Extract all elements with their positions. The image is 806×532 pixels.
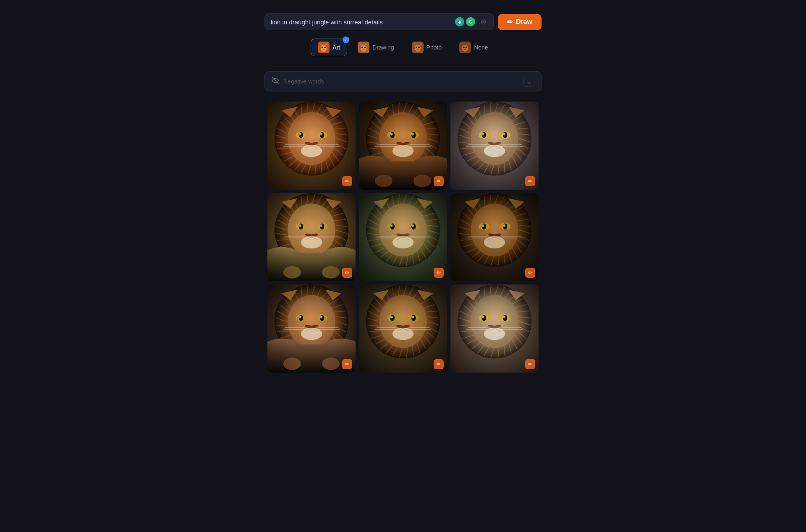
badge-teal: ◆ — [455, 17, 464, 26]
negative-words-bar: Negative words ⌄ — [264, 71, 542, 91]
fox-none-svg — [459, 42, 471, 53]
lion-image-5 — [359, 193, 447, 281]
fox-drawing-svg — [358, 42, 369, 53]
lion-image-8 — [359, 284, 447, 373]
lion-image-2 — [359, 102, 447, 190]
svg-point-27 — [464, 49, 466, 50]
draw-label: Draw — [516, 18, 532, 26]
grid-cell-1[interactable]: ✏ — [267, 102, 356, 190]
clear-button[interactable]: ⊗ — [479, 17, 487, 26]
eye-slash-icon — [272, 77, 279, 84]
svg-point-19 — [418, 47, 420, 48]
tab-art[interactable]: ✓ Art — [311, 39, 347, 56]
svg-point-13 — [362, 49, 365, 50]
edit-icon-1: ✏ — [345, 178, 349, 184]
svg-point-8 — [361, 45, 366, 52]
style-tabs: ✓ Art Drawi — [311, 39, 495, 56]
edit-badge-6[interactable]: ✏ — [525, 268, 535, 278]
grid-cell-4[interactable]: ✏ — [267, 193, 356, 281]
svg-point-11 — [361, 47, 363, 48]
lion-image-4 — [267, 193, 356, 281]
search-container: ◆ G ⊗ ✏ Draw — [264, 13, 542, 30]
tab-photo[interactable]: Photo — [405, 39, 449, 56]
fox-photo-svg — [412, 42, 424, 53]
draw-icon: ✏ — [507, 18, 513, 26]
edit-badge-9[interactable]: ✏ — [525, 359, 535, 369]
chevron-down-icon: ⌄ — [526, 78, 532, 86]
edit-badge-4[interactable]: ✏ — [342, 268, 352, 278]
svg-point-4 — [322, 47, 323, 48]
badge-g: G — [466, 17, 475, 26]
badge-group: ◆ G — [455, 17, 475, 26]
image-grid: ✏ ✏ ✏ ✏ ✏ ✏ ✏ — [267, 102, 539, 373]
svg-point-18 — [416, 47, 417, 48]
tab-art-check: ✓ — [343, 37, 349, 43]
tab-none[interactable]: None — [452, 39, 495, 56]
edit-icon-7: ✏ — [345, 361, 349, 367]
grid-cell-8[interactable]: ✏ — [359, 284, 447, 373]
draw-button[interactable]: ✏ Draw — [498, 14, 542, 30]
edit-badge-8[interactable]: ✏ — [434, 359, 444, 369]
lion-image-3 — [450, 102, 539, 190]
edit-badge-2[interactable]: ✏ — [434, 176, 444, 186]
tab-art-icon — [318, 42, 330, 53]
edit-badge-3[interactable]: ✏ — [525, 176, 535, 186]
edit-badge-7[interactable]: ✏ — [342, 359, 352, 369]
svg-point-5 — [324, 47, 326, 48]
edit-icon-4: ✏ — [345, 270, 349, 276]
grid-cell-5[interactable]: ✏ — [359, 193, 447, 281]
grid-cell-9[interactable]: ✏ — [450, 284, 539, 373]
search-input[interactable] — [271, 18, 451, 26]
edit-icon-3: ✏ — [528, 178, 532, 184]
clear-icon: ⊗ — [480, 17, 487, 26]
search-bar: ◆ G ⊗ — [264, 13, 494, 30]
svg-point-26 — [466, 47, 467, 48]
grid-cell-7[interactable]: ✏ — [267, 284, 356, 373]
negative-words-label: Negative words — [283, 78, 519, 85]
edit-badge-5[interactable]: ✏ — [434, 268, 444, 278]
lion-image-1 — [267, 102, 356, 190]
grid-cell-2[interactable]: ✏ — [359, 102, 447, 190]
edit-icon-5: ✏ — [437, 270, 441, 276]
svg-point-15 — [415, 45, 421, 52]
tab-photo-label: Photo — [427, 44, 442, 51]
tab-none-icon — [459, 42, 471, 53]
tab-drawing[interactable]: Drawing — [351, 39, 401, 56]
svg-point-20 — [416, 49, 419, 50]
tab-none-label: None — [474, 44, 488, 51]
tab-photo-icon — [412, 42, 424, 53]
svg-point-25 — [463, 47, 465, 48]
lion-image-9 — [450, 284, 539, 373]
edit-icon-2: ✏ — [437, 178, 441, 184]
edit-badge-1[interactable]: ✏ — [342, 176, 352, 186]
tab-art-label: Art — [332, 44, 340, 51]
lion-image-6 — [450, 193, 539, 281]
negative-expand-button[interactable]: ⌄ — [523, 76, 534, 87]
svg-point-1 — [321, 45, 327, 52]
grid-cell-6[interactable]: ✏ — [450, 193, 539, 281]
tab-drawing-label: Drawing — [372, 44, 394, 51]
svg-point-12 — [364, 47, 366, 48]
fox-art-svg — [318, 42, 330, 53]
grid-cell-3[interactable]: ✏ — [450, 102, 539, 190]
svg-point-6 — [322, 49, 325, 50]
edit-icon-9: ✏ — [528, 361, 532, 367]
edit-icon-8: ✏ — [437, 361, 441, 367]
tab-drawing-icon — [358, 42, 369, 53]
negative-icon — [272, 77, 279, 86]
lion-image-7 — [267, 284, 356, 373]
edit-icon-6: ✏ — [528, 270, 532, 276]
svg-point-22 — [462, 45, 468, 52]
